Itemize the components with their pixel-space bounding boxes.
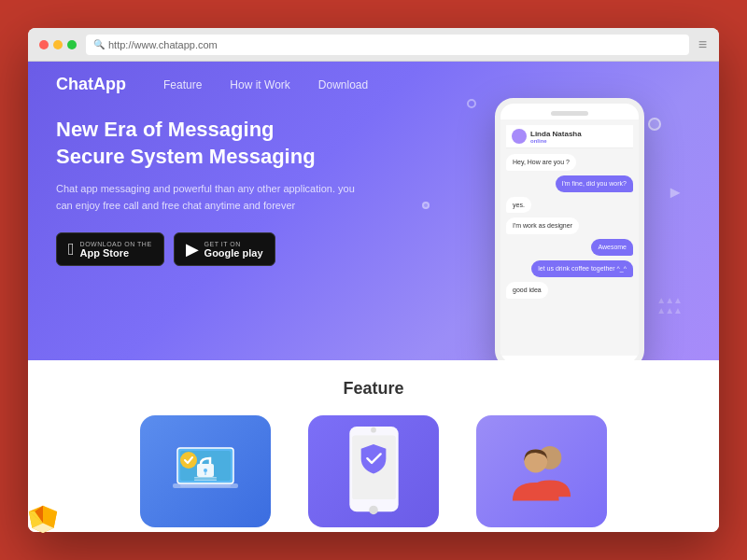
secure-phone-svg (344, 425, 404, 518)
svg-point-3 (204, 469, 207, 472)
chat-header: Linda Natasha online (506, 125, 633, 148)
features-section: Feature (28, 360, 719, 532)
chat-message: Awesome (506, 239, 633, 256)
nav-feature-link[interactable]: Feature (163, 78, 202, 91)
hero-title: New Era of Messaging Secure System Messa… (56, 117, 355, 170)
browser-menu-icon[interactable]: ≡ (698, 36, 708, 53)
window-controls (39, 40, 77, 49)
svg-point-13 (369, 506, 378, 515)
chat-message: let us drink coffee together ^_^ (506, 260, 633, 277)
phone-chat-area: Linda Natasha online Hey, How are you ? … (500, 119, 639, 356)
deco-zigzag: ▲▲▲▲▲▲ (656, 295, 682, 315)
svg-rect-5 (194, 477, 217, 479)
chat-message: I'm fine, did you work? (506, 175, 633, 192)
close-dot[interactable] (39, 40, 49, 49)
contact-name: Linda Natasha (530, 130, 582, 138)
url-text: http://www.chatapp.com (108, 39, 218, 50)
googleplay-text: GET IT ON Google play (204, 241, 263, 259)
connect-icon-box (476, 415, 607, 527)
hero-body: New Era of Messaging Secure System Messa… (28, 107, 719, 266)
privacy-icon-box (140, 415, 271, 527)
features-title: Feature (56, 379, 691, 399)
brand-logo[interactable]: ChatApp (56, 75, 126, 94)
feature-card-privacy: Privacy (131, 415, 280, 532)
chat-message: I'm work as designer (506, 217, 633, 234)
browser-chrome: 🔍 http://www.chatapp.com ≡ (28, 28, 719, 62)
googleplay-button[interactable]: ▶ GET IT ON Google play (174, 232, 275, 266)
phone-shield (344, 425, 404, 518)
play-icon: ▶ (186, 239, 199, 259)
nav-howitwork-link[interactable]: How it Work (230, 78, 289, 91)
phone-mockup: Linda Natasha online Hey, How are you ? … (495, 98, 644, 360)
bubble: I'm work as designer (506, 217, 579, 234)
maximize-dot[interactable] (67, 40, 77, 49)
feature-card-connect: Connect (467, 415, 616, 532)
appstore-button[interactable]:  Download on the App Store (56, 232, 164, 266)
privacy-laptop-svg (168, 443, 243, 499)
appstore-text: Download on the App Store (80, 241, 152, 259)
secure-icon-box (308, 415, 439, 527)
hero-text-area: New Era of Messaging Secure System Messa… (56, 117, 355, 266)
hero-subtitle: Chat app messaging and powerful than any… (56, 181, 355, 214)
chat-message: Hey, How are you ? (506, 154, 633, 171)
url-bar[interactable]: 🔍 http://www.chatapp.com (86, 35, 689, 55)
bubble: Awesome (591, 239, 633, 256)
nav-download-link[interactable]: Download (318, 78, 368, 91)
minimize-dot[interactable] (53, 40, 63, 49)
svg-rect-6 (194, 480, 217, 482)
sketch-logo (26, 504, 60, 534)
chat-message: good idea (506, 282, 633, 299)
feature-card-secure: Secure (299, 415, 448, 532)
bubble: good idea (506, 282, 548, 299)
bubble: yes. (506, 197, 531, 214)
bubble: I'm fine, did you work? (556, 175, 633, 192)
svg-rect-4 (205, 472, 206, 475)
svg-point-12 (371, 427, 376, 433)
phone-speaker (551, 111, 588, 116)
features-grid: Privacy (56, 415, 691, 532)
svg-rect-8 (180, 485, 231, 487)
browser-window: 🔍 http://www.chatapp.com ≡ ► ▲▲▲▲▲▲ Chat… (28, 28, 719, 532)
store-buttons:  Download on the App Store ▶ GET IT ON … (56, 232, 355, 266)
bubble: let us drink coffee together ^_^ (531, 260, 633, 277)
page-content: ► ▲▲▲▲▲▲ ChatApp Feature How it Work Dow… (28, 62, 719, 532)
contact-avatar (512, 129, 527, 144)
bubble: Hey, How are you ? (506, 154, 576, 171)
chat-message: yes. (506, 197, 633, 214)
apple-icon:  (68, 240, 75, 259)
svg-point-9 (180, 452, 197, 469)
connect-people-svg (504, 441, 579, 502)
contact-status: online (530, 138, 582, 144)
hero-section: ► ▲▲▲▲▲▲ ChatApp Feature How it Work Dow… (28, 62, 719, 360)
